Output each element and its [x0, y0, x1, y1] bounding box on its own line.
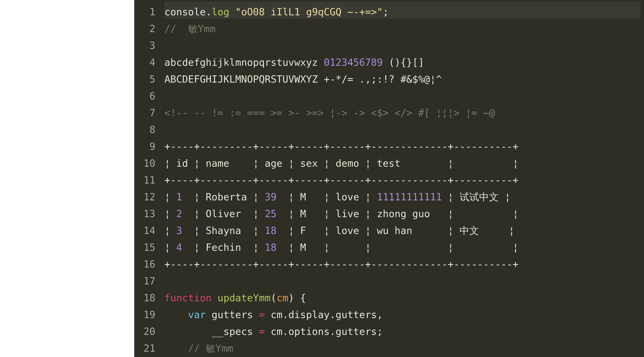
number: 18 [265, 225, 277, 236]
code-line[interactable] [164, 121, 644, 138]
property: display [288, 309, 330, 320]
number: 39 [265, 191, 277, 203]
text: (){}[] [383, 57, 424, 68]
space [229, 6, 235, 18]
space [294, 292, 300, 304]
property: gutters [336, 309, 377, 320]
code-line[interactable] [164, 37, 644, 54]
line-number: 21 [134, 340, 164, 357]
identifier: cm [271, 326, 283, 337]
line-number: 9 [134, 138, 164, 155]
keyword: var [188, 309, 206, 320]
text: ¦ [164, 242, 176, 253]
text: +----+---------+-----+-----+------+-----… [164, 174, 519, 186]
identifier: __specs [212, 326, 253, 337]
text: +----+---------+-----+-----+------+-----… [164, 259, 519, 270]
line-number: 19 [134, 306, 164, 323]
line-number: 5 [134, 71, 164, 88]
text: ¦ Shayna ¦ [182, 225, 265, 236]
space [265, 326, 270, 337]
text: ¦ [164, 208, 176, 219]
code-line[interactable]: ¦ 1 ¦ Roberta ¦ 39 ¦ M ¦ love ¦ 11111111… [164, 189, 644, 205]
line-number: 12 [134, 189, 164, 205]
space [206, 309, 211, 320]
punctuation: ( [271, 292, 277, 304]
identifier: cm [271, 309, 283, 320]
text: ¦ [164, 191, 176, 203]
text: ¦ id ¦ name ¦ age ¦ sex ¦ demo ¦ test ¦ … [164, 158, 519, 169]
code-line[interactable]: ¦ 2 ¦ Oliver ¦ 25 ¦ M ¦ live ¦ zhong guo… [164, 205, 644, 222]
code-line[interactable]: ¦ id ¦ name ¦ age ¦ sex ¦ demo ¦ test ¦ … [164, 155, 644, 172]
number: 1 [176, 191, 182, 203]
code-line[interactable]: ¦ 4 ¦ Fechin ¦ 18 ¦ M ¦ ¦ ¦ ¦ [164, 239, 644, 256]
text: ¦ 试试中文 ¦ [442, 191, 511, 203]
code-line[interactable]: ¦ 3 ¦ Shayna ¦ 18 ¦ F ¦ love ¦ wu han ¦ … [164, 222, 644, 239]
code-line[interactable]: <!-- -- != := === >= >- >=> ¦-> -> <$> <… [164, 104, 644, 121]
code-content[interactable]: console.log "oO08 iIlL1 g9qCGQ ~-+=>"; /… [164, 0, 644, 357]
line-number: 16 [134, 256, 164, 273]
code-line[interactable]: +----+---------+-----+-----+------+-----… [164, 256, 644, 273]
line-number: 7 [134, 104, 164, 121]
code-line[interactable]: function updateYmm(cm) { [164, 289, 644, 306]
line-number: 17 [134, 273, 164, 289]
number: 25 [265, 208, 277, 219]
line-number: 14 [134, 222, 164, 239]
text: ¦ M ¦ ¦ ¦ ¦ [277, 242, 519, 253]
space [253, 309, 259, 320]
line-number: 15 [134, 239, 164, 256]
number: 3 [176, 225, 182, 236]
number: 2 [176, 208, 182, 219]
line-number: 2 [134, 20, 164, 37]
text: ¦ Oliver ¦ [182, 208, 265, 219]
comment: // 敏Ymm [188, 343, 233, 354]
code-line[interactable] [164, 88, 644, 104]
property: options [288, 326, 330, 337]
string-literal: "oO08 iIlL1 g9qCGQ ~-+=>" [235, 6, 383, 18]
line-gutter: 1 2 3 4 5 6 7 8 9 10 11 12 13 14 15 16 1… [134, 0, 164, 357]
line-number: 6 [134, 88, 164, 104]
property: gutters [336, 326, 377, 337]
indent [164, 326, 212, 337]
left-margin [0, 0, 134, 357]
line-number: 11 [134, 172, 164, 189]
code-line[interactable]: ABCDEFGHIJKLMNOPQRSTUVWXYZ +-*/= .,;:!? … [164, 71, 644, 88]
punctuation: . [283, 309, 288, 320]
number: 4 [176, 242, 182, 253]
punctuation: ) [288, 292, 294, 304]
code-editor[interactable]: 1 2 3 4 5 6 7 8 9 10 11 12 13 14 15 16 1… [134, 0, 644, 357]
number: 18 [265, 242, 277, 253]
line-number: 13 [134, 205, 164, 222]
punctuation: . [330, 309, 336, 320]
method: log [212, 6, 229, 18]
line-number: 20 [134, 323, 164, 340]
text: ABCDEFGHIJKLMNOPQRSTUVWXYZ +-*/= .,;:!? … [164, 74, 442, 85]
line-number: 10 [134, 155, 164, 172]
punctuation: . [283, 326, 288, 337]
text: ¦ M ¦ live ¦ zhong guo ¦ ¦ [277, 208, 519, 219]
text: ¦ Fechin ¦ [182, 242, 265, 253]
punctuation: ; [383, 6, 389, 18]
code-line[interactable]: +----+---------+-----+-----+------+-----… [164, 138, 644, 155]
indent [164, 343, 188, 354]
identifier: gutters [212, 309, 253, 320]
line-number: 1 [134, 4, 164, 20]
space [265, 309, 270, 320]
punctuation: { [300, 292, 306, 304]
code-line[interactable]: var gutters = cm.display.gutters, [164, 306, 644, 323]
code-line[interactable]: // 敏Ymm [164, 20, 644, 37]
code-line[interactable] [164, 273, 644, 289]
code-line[interactable]: __specs = cm.options.gutters; [164, 323, 644, 340]
code-line[interactable]: console.log "oO08 iIlL1 g9qCGQ ~-+=>"; [164, 4, 644, 20]
code-line[interactable]: // 敏Ymm [164, 340, 644, 357]
line-number: 18 [134, 289, 164, 306]
punctuation: . [206, 6, 211, 18]
identifier: console [164, 6, 206, 18]
code-line[interactable]: abcdefghijklmnopqrstuvwxyz 0123456789 ()… [164, 54, 644, 71]
punctuation: , [377, 309, 383, 320]
text: ¦ Roberta ¦ [182, 191, 265, 203]
function-name: updateYmm [217, 292, 270, 304]
code-line[interactable]: +----+---------+-----+-----+------+-----… [164, 172, 644, 189]
operator: = [259, 326, 265, 337]
indent [164, 309, 188, 320]
comment: // 敏Ymm [164, 23, 215, 34]
